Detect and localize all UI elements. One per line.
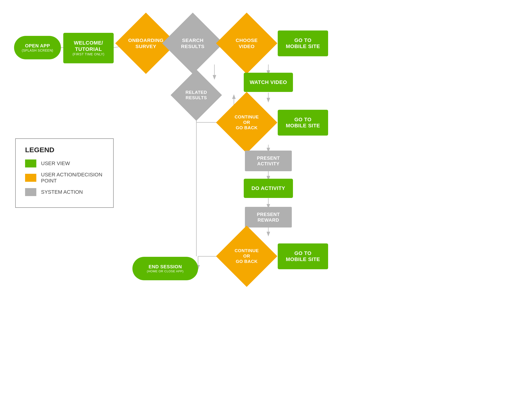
do-activity-label: DO ACTIVITY bbox=[252, 185, 285, 191]
choose-video-node: CHOOSE VIDEO bbox=[216, 13, 278, 74]
end-session-label: END SESSION bbox=[147, 264, 184, 270]
watch-video-label: WATCH VIDEO bbox=[250, 79, 287, 85]
related-results-node: RELATEDRESULTS bbox=[171, 69, 222, 121]
continue-2-label: CONTINUEORGO BACK bbox=[234, 248, 259, 264]
onboarding-label: ONBOARDINGSURVEY bbox=[128, 37, 164, 49]
end-session-node: END SESSION (HOME OR CLOSE APP) bbox=[133, 257, 198, 280]
welcome-label: WELCOME/TUTORIAL bbox=[72, 40, 104, 52]
present-reward-node: PRESENTREWARD bbox=[245, 207, 292, 227]
welcome-node: WELCOME/TUTORIAL (FIRST TIME ONLY) bbox=[63, 33, 114, 63]
search-results-node: SEARCHRESULTS bbox=[162, 13, 224, 74]
present-activity-label: PRESENTACTIVITY bbox=[257, 155, 280, 167]
go-mobile-2-label: GO TOMOBILE SITE bbox=[286, 116, 320, 129]
search-results-label: SEARCHRESULTS bbox=[181, 37, 205, 49]
legend-color-orange bbox=[25, 174, 36, 182]
related-results-label: RELATEDRESULTS bbox=[186, 90, 207, 101]
legend-item-user-action: USER ACTION/DECISION POINT bbox=[25, 172, 104, 184]
legend: LEGEND USER VIEW USER ACTION/DECISION PO… bbox=[15, 138, 114, 208]
continue-2-node: CONTINUEORGO BACK bbox=[216, 226, 278, 287]
go-mobile-1-node: GO TOMOBILE SITE bbox=[278, 31, 328, 56]
open-app-sublabel: (SPLASH SCREEN) bbox=[22, 49, 53, 52]
go-mobile-1-label: GO TOMOBILE SITE bbox=[286, 37, 320, 50]
go-mobile-2-node: GO TOMOBILE SITE bbox=[278, 110, 328, 135]
open-app-node: OPEN APP (SPLASH SCREEN) bbox=[14, 36, 61, 59]
present-activity-node: PRESENTACTIVITY bbox=[245, 151, 292, 171]
go-mobile-3-node: GO TOMOBILE SITE bbox=[278, 244, 328, 269]
choose-video-label: CHOOSE VIDEO bbox=[227, 37, 266, 49]
legend-color-green bbox=[25, 160, 36, 167]
legend-color-gray bbox=[25, 188, 36, 196]
do-activity-node: DO ACTIVITY bbox=[244, 179, 293, 198]
flowchart: OPEN APP (SPLASH SCREEN) WELCOME/TUTORIA… bbox=[0, 0, 532, 398]
legend-label-system-action: SYSTEM ACTION bbox=[41, 189, 83, 195]
legend-item-user-view: USER VIEW bbox=[25, 160, 104, 167]
legend-title: LEGEND bbox=[25, 146, 104, 154]
present-reward-label: PRESENTREWARD bbox=[257, 212, 280, 223]
open-app-label: OPEN APP bbox=[22, 43, 53, 49]
welcome-sublabel: (FIRST TIME ONLY) bbox=[72, 52, 104, 56]
legend-label-user-action: USER ACTION/DECISION POINT bbox=[41, 172, 104, 184]
go-mobile-3-label: GO TOMOBILE SITE bbox=[286, 250, 320, 263]
end-session-sublabel: (HOME OR CLOSE APP) bbox=[147, 270, 184, 273]
legend-item-system-action: SYSTEM ACTION bbox=[25, 188, 104, 196]
watch-video-node: WATCH VIDEO bbox=[244, 73, 293, 92]
continue-1-label: CONTINUEORGO BACK bbox=[234, 115, 259, 130]
legend-label-user-view: USER VIEW bbox=[41, 160, 70, 167]
continue-1-node: CONTINUEORGO BACK bbox=[216, 92, 278, 153]
